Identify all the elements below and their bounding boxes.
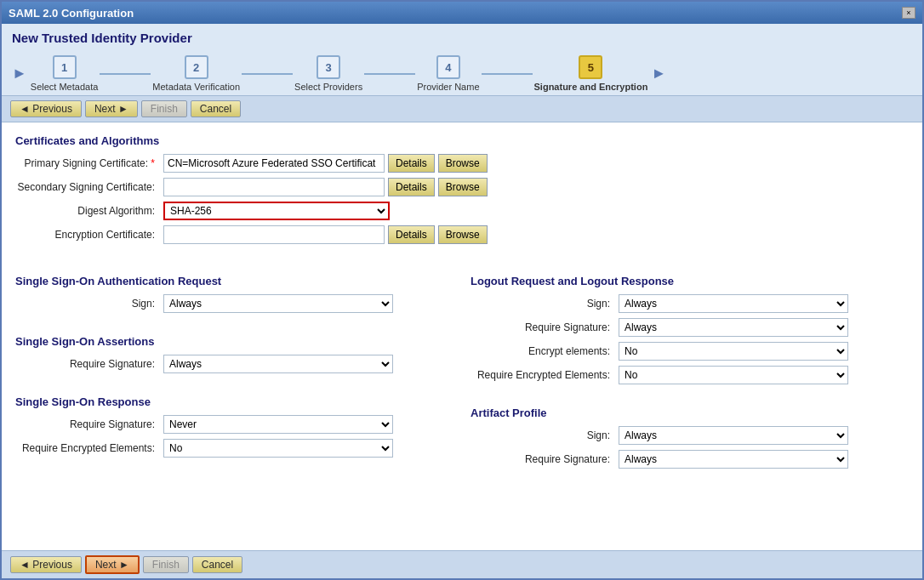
bottom-toolbar: ◄ Previous Next ► Finish Cancel [2, 550, 922, 578]
logout-enc-row: Encrypt elements: No Yes [471, 342, 909, 361]
main-content: Certificates and Algorithms Primary Sign… [2, 122, 922, 550]
digest-algo-label: Digest Algorithm: [15, 205, 160, 217]
primary-cert-row: Primary Signing Certificate: * Details B… [15, 154, 909, 173]
digest-algo-select[interactable]: SHA-256 SHA-1 SHA-512 [163, 202, 390, 220]
step-5-circle: 5 [579, 55, 602, 79]
bottom-previous-button[interactable]: ◄ Previous [10, 556, 82, 573]
required-marker: * [151, 157, 155, 169]
sso-response-req-sig-select[interactable]: Never Always [163, 415, 393, 434]
logout-enc-select[interactable]: No Yes [619, 342, 848, 361]
title-bar-controls: × [902, 7, 915, 19]
saml-configuration-window: SAML 2.0 Configuration × New Trusted Ide… [0, 0, 924, 580]
wizard-steps: ► 1 Select Metadata 2 Metadata Verificat… [2, 48, 922, 95]
step-3: 3 Select Providers [294, 55, 362, 92]
step-2-label: Metadata Verification [152, 82, 240, 92]
logout-req-enc-select[interactable]: No Yes [619, 366, 848, 384]
logout-sign-row: Sign: Always Never [471, 294, 909, 313]
primary-cert-details-button[interactable]: Details [388, 154, 435, 173]
logout-req-enc-row: Require Encrypted Elements: No Yes [471, 366, 909, 384]
sso-assertions-req-sig-label: Require Signature: [15, 358, 160, 370]
encryption-cert-input[interactable] [163, 225, 385, 244]
artifact-req-sig-label: Require Signature: [471, 453, 615, 465]
wizard-start-arrow: ► [12, 65, 27, 82]
sso-response-req-sig-label: Require Signature: [15, 418, 160, 430]
sso-auth-sign-select[interactable]: Always Never As Needed [163, 294, 393, 313]
encryption-cert-browse-button[interactable]: Browse [438, 225, 488, 244]
logout-sign-select[interactable]: Always Never [619, 294, 848, 313]
secondary-cert-row: Secondary Signing Certificate: Details B… [15, 178, 909, 196]
step-4: 4 Provider Name [417, 55, 479, 92]
step-4-label: Provider Name [417, 82, 479, 92]
step-2: 2 Metadata Verification [152, 55, 240, 92]
step-2-circle: 2 [185, 55, 208, 79]
step-connector-2 [242, 73, 293, 75]
primary-cert-browse-button[interactable]: Browse [438, 154, 488, 173]
two-column-section: Single Sign-On Authentication Request Si… [15, 271, 909, 474]
step-5: 5 Signature and Encryption [534, 55, 648, 92]
step-4-circle: 4 [436, 55, 460, 79]
step-1-label: Select Metadata [31, 82, 99, 92]
title-bar: SAML 2.0 Configuration × [2, 2, 922, 24]
logout-req-enc-label: Require Encrypted Elements: [471, 369, 615, 381]
sso-response-req-enc-select[interactable]: No Yes [163, 439, 393, 458]
logout-enc-label: Encrypt elements: [471, 345, 615, 357]
top-toolbar: ◄ Previous Next ► Finish Cancel [2, 95, 922, 122]
encryption-cert-row: Encryption Certificate: Details Browse [15, 225, 909, 244]
close-button[interactable]: × [902, 7, 915, 19]
logout-sign-label: Sign: [471, 298, 615, 310]
sso-response-req-sig-row: Require Signature: Never Always [15, 415, 453, 434]
step-5-label: Signature and Encryption [534, 82, 648, 92]
logout-title: Logout Request and Logout Response [471, 275, 909, 287]
digest-algo-row: Digest Algorithm: SHA-256 SHA-1 SHA-512 [15, 202, 909, 220]
artifact-req-sig-select[interactable]: Always Never [619, 450, 848, 469]
artifact-sign-label: Sign: [471, 429, 615, 441]
artifact-sign-select[interactable]: Always Never [619, 426, 848, 445]
step-1-circle: 1 [53, 55, 77, 79]
step-connector-1 [100, 73, 151, 75]
step-3-label: Select Providers [294, 82, 362, 92]
sso-assertions-req-sig-row: Require Signature: Always Never [15, 355, 453, 373]
step-connector-4 [482, 73, 533, 75]
artifact-title: Artifact Profile [471, 407, 909, 419]
sso-assertions-req-sig-select[interactable]: Always Never [163, 355, 393, 373]
top-cancel-button[interactable]: Cancel [191, 100, 241, 117]
sso-auth-title: Single Sign-On Authentication Request [15, 275, 453, 287]
artifact-req-sig-row: Require Signature: Always Never [471, 450, 909, 469]
right-column: Logout Request and Logout Response Sign:… [471, 271, 909, 474]
sso-response-req-enc-label: Require Encrypted Elements: [15, 442, 160, 454]
bottom-finish-button[interactable]: Finish [143, 556, 189, 573]
secondary-cert-input[interactable] [163, 178, 385, 196]
encryption-cert-label: Encryption Certificate: [15, 229, 160, 241]
top-finish-button[interactable]: Finish [141, 100, 187, 117]
step-3-circle: 3 [317, 55, 340, 79]
top-previous-button[interactable]: ◄ Previous [10, 100, 82, 117]
bottom-cancel-button[interactable]: Cancel [192, 556, 242, 573]
secondary-cert-browse-button[interactable]: Browse [438, 178, 488, 196]
content-area: New Trusted Identity Provider ► 1 Select… [2, 24, 922, 578]
sso-response-title: Single Sign-On Response [15, 395, 453, 408]
step-1: 1 Select Metadata [31, 55, 99, 92]
secondary-cert-details-button[interactable]: Details [388, 178, 435, 196]
logout-req-sig-select[interactable]: Always Never [619, 318, 848, 337]
page-title: New Trusted Identity Provider [2, 24, 922, 48]
step-connector-3 [364, 73, 415, 75]
sso-assertions-title: Single Sign-On Assertions [15, 335, 453, 348]
encryption-cert-details-button[interactable]: Details [388, 225, 435, 244]
sso-auth-sign-row: Sign: Always Never As Needed [15, 294, 453, 313]
certs-section-title: Certificates and Algorithms [15, 134, 909, 147]
wizard-end-arrow: ► [651, 65, 666, 82]
sso-auth-sign-label: Sign: [15, 298, 160, 310]
primary-cert-label: Primary Signing Certificate: * [15, 157, 160, 169]
logout-req-sig-row: Require Signature: Always Never [471, 318, 909, 337]
secondary-cert-label: Secondary Signing Certificate: [15, 181, 160, 193]
artifact-sign-row: Sign: Always Never [471, 426, 909, 445]
bottom-next-button[interactable]: Next ► [85, 555, 140, 574]
window-title: SAML 2.0 Configuration [9, 7, 134, 20]
primary-cert-input[interactable] [163, 154, 385, 173]
left-column: Single Sign-On Authentication Request Si… [15, 271, 453, 474]
logout-req-sig-label: Require Signature: [471, 321, 615, 333]
top-next-button[interactable]: Next ► [85, 100, 138, 117]
sso-response-req-enc-row: Require Encrypted Elements: No Yes [15, 439, 453, 458]
